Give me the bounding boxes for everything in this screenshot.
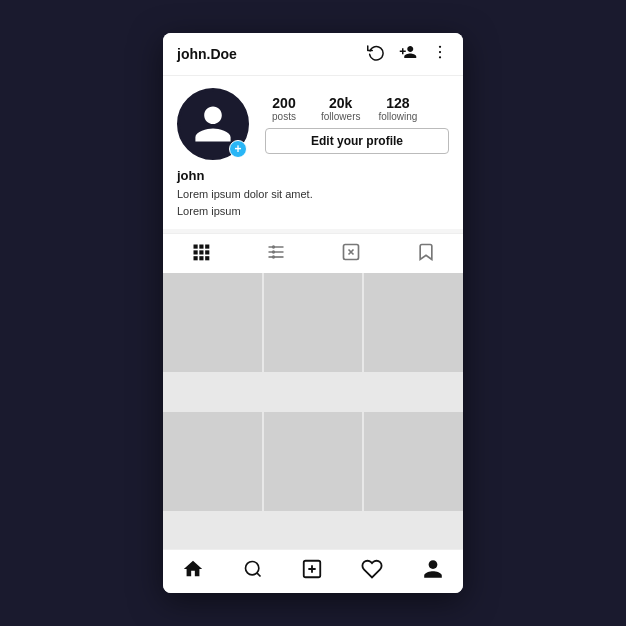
grid-cell[interactable] <box>264 273 363 372</box>
posts-count: 200 <box>272 95 295 111</box>
following-stat: 128 following <box>378 95 417 122</box>
bio-line1: Lorem ipsum dolor sit amet. <box>177 188 313 200</box>
grid-cell[interactable] <box>364 273 463 372</box>
profile-row: + 200 posts 20k followers 128 following <box>177 88 449 160</box>
svg-rect-4 <box>199 245 203 249</box>
tabs-row <box>163 233 463 273</box>
nav-heart[interactable] <box>361 558 383 585</box>
profile-name: john <box>177 168 449 183</box>
profile-section: + 200 posts 20k followers 128 following <box>163 76 463 229</box>
grid-cell[interactable] <box>264 412 363 511</box>
svg-rect-3 <box>193 245 197 249</box>
followers-count: 20k <box>329 95 352 111</box>
svg-rect-7 <box>199 250 203 254</box>
more-options-icon[interactable] <box>431 43 449 65</box>
edit-profile-button[interactable]: Edit your profile <box>265 128 449 154</box>
bio-line2: Lorem ipsum <box>177 205 241 217</box>
svg-point-2 <box>439 56 441 58</box>
tab-list[interactable] <box>266 242 286 267</box>
profile-bio: Lorem ipsum dolor sit amet. Lorem ipsum <box>177 186 449 219</box>
grid-cell[interactable] <box>163 412 262 511</box>
tab-grid[interactable] <box>191 242 211 267</box>
svg-point-17 <box>272 256 274 258</box>
svg-rect-6 <box>193 250 197 254</box>
grid-cell[interactable] <box>364 412 463 511</box>
svg-rect-9 <box>193 256 197 260</box>
grid-cell[interactable] <box>163 273 262 372</box>
history-icon[interactable] <box>367 43 385 65</box>
username: john.Doe <box>177 46 237 62</box>
following-label: following <box>378 111 417 122</box>
followers-stat: 20k followers <box>321 95 360 122</box>
stats-row: 200 posts 20k followers 128 following <box>265 95 449 122</box>
top-icons <box>367 43 449 65</box>
nav-home[interactable] <box>182 558 204 585</box>
nav-add[interactable] <box>301 558 323 585</box>
followers-label: followers <box>321 111 360 122</box>
posts-stat: 200 posts <box>265 95 303 122</box>
nav-search[interactable] <box>243 559 263 584</box>
svg-rect-5 <box>205 245 209 249</box>
svg-rect-11 <box>205 256 209 260</box>
svg-point-1 <box>439 51 441 53</box>
svg-point-16 <box>272 251 274 253</box>
phone-frame: john.Doe <box>163 33 463 593</box>
avatar-wrap: + <box>177 88 249 160</box>
svg-rect-10 <box>199 256 203 260</box>
add-photo-badge[interactable]: + <box>229 140 247 158</box>
tab-bookmark[interactable] <box>416 242 436 267</box>
top-bar: john.Doe <box>163 33 463 76</box>
svg-point-19 <box>245 562 258 575</box>
svg-rect-8 <box>205 250 209 254</box>
svg-point-0 <box>439 46 441 48</box>
posts-label: posts <box>272 111 296 122</box>
nav-profile[interactable] <box>422 558 444 585</box>
tab-tag[interactable] <box>341 242 361 267</box>
following-count: 128 <box>386 95 409 111</box>
svg-point-15 <box>272 246 274 248</box>
photo-grid <box>163 273 463 549</box>
bottom-nav <box>163 549 463 593</box>
stats-col: 200 posts 20k followers 128 following Ed… <box>265 95 449 154</box>
add-person-icon[interactable] <box>399 43 417 65</box>
svg-line-20 <box>256 573 260 577</box>
